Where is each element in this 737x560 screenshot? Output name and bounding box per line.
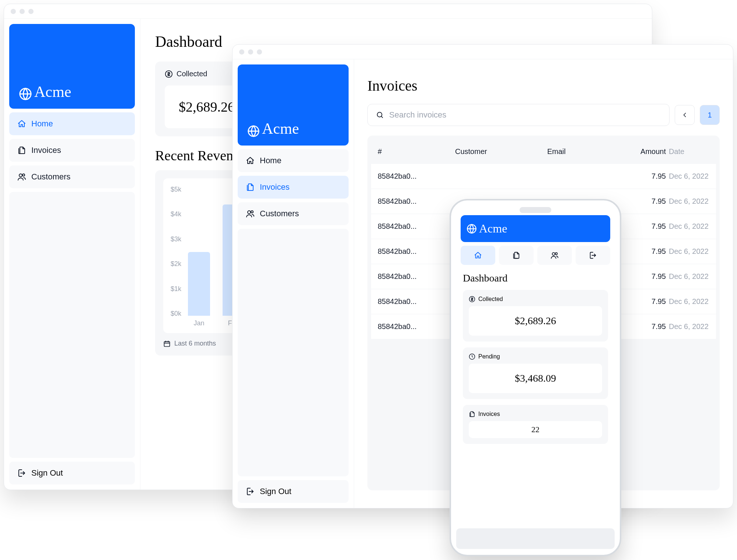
sidebar-item-home[interactable]: Home [238,149,349,172]
col-email: Email [547,147,614,156]
search-input[interactable]: Search invoices [367,104,670,126]
tab-sign-out[interactable] [576,246,610,265]
svg-rect-4 [164,342,170,346]
sidebar-spacer [9,192,135,458]
brand-name: Acme [34,83,71,101]
brand-name: Acme [479,222,507,235]
pending-card: Pending $3,468.09 [463,347,608,399]
home-icon [474,251,482,259]
cell-id: 85842ba0... [378,247,455,256]
cell-date: Dec 6, 2022 [669,247,720,256]
bar-rect [188,252,210,316]
cell-amount: 7.95 [614,272,669,281]
window-control-dot [248,49,253,55]
mobile-bottom-bar [456,528,615,549]
cell-date: Dec 6, 2022 [669,172,720,181]
cell-id: 85842ba0... [378,197,455,206]
document-icon [469,411,475,417]
col-amount: Amount [614,147,669,156]
users-icon [17,172,26,181]
cell-id: 85842ba0... [378,322,455,331]
sidebar: Acme Home Invoices Customers Sign Out [233,59,354,508]
sidebar: Acme Home Invoices Customers Sign Out [4,19,140,490]
dollar-icon [469,296,475,302]
y-tick: $4k [171,210,181,218]
tab-customers[interactable] [537,246,572,265]
sidebar-item-label: Home [31,119,53,129]
cell-id: 85842ba0... [378,172,455,181]
svg-point-1 [19,174,22,177]
col-customer: Customer [455,147,547,156]
cell-date: Dec 6, 2022 [669,272,720,281]
document-icon [512,251,520,259]
mobile-main: Dashboard Collected $2,689.26 Pending $3… [456,265,615,451]
cell-date: Dec 6, 2022 [669,197,720,206]
users-icon [246,209,255,218]
globe-icon [19,87,32,101]
cell-id: 85842ba0... [378,297,455,306]
invoices-count: 22 [469,421,602,438]
clock-icon [469,353,475,360]
sign-out-icon [17,469,26,477]
collected-card: Collected $2,689.26 [463,290,608,342]
col-date: Date [669,147,720,156]
sidebar-item-invoices[interactable]: Invoices [9,139,135,162]
brand-logo: Acme [461,215,610,242]
page-prev-button[interactable] [675,105,695,125]
sidebar-item-customers[interactable]: Customers [238,202,349,225]
invoices-toolbar: Search invoices 1 [367,104,720,126]
x-tick: Jan [194,319,205,327]
y-tick: $5k [171,186,181,193]
page-title: Invoices [367,77,720,94]
sign-out-icon [246,487,255,496]
window-control-dot [239,49,244,55]
collected-value: $2,689.26 [469,306,602,336]
document-icon [246,183,255,192]
svg-point-7 [251,211,253,213]
search-placeholder: Search invoices [389,110,446,120]
cell-id: 85842ba0... [378,222,455,231]
sign-out-button[interactable]: Sign Out [9,462,135,484]
sign-out-label: Sign Out [260,487,291,496]
pending-label: Pending [478,353,500,360]
window-control-dot [20,9,25,14]
document-icon [17,146,26,155]
cell-date: Dec 6, 2022 [669,222,720,231]
cell-amount: 7.95 [614,172,669,181]
window-titlebar [4,4,652,19]
users-icon [551,251,559,259]
sidebar-item-label: Invoices [260,182,290,192]
globe-icon [467,224,477,234]
window-control-dot [11,9,16,14]
sidebar-item-invoices[interactable]: Invoices [238,176,349,199]
cell-amount: 7.95 [614,197,669,206]
chart-footer: Last 6 months [174,340,216,347]
tab-home[interactable] [461,246,495,265]
svg-point-11 [555,253,558,255]
y-tick: $0k [171,310,181,318]
page-1-button[interactable]: 1 [700,105,720,125]
cell-id: 85842ba0... [378,272,455,281]
table-row[interactable]: 85842ba0...7.95Dec 6, 2022 [371,164,716,189]
cell-amount: 7.95 [614,322,669,331]
sidebar-item-customers[interactable]: Customers [9,165,135,188]
svg-point-2 [22,174,25,176]
sidebar-item-home[interactable]: Home [9,112,135,135]
invoices-label: Invoices [478,411,500,417]
table-header: # Customer Email Amount Date [371,139,716,164]
sidebar-item-label: Customers [31,172,70,182]
window-control-dot [28,9,34,14]
col-id: # [378,147,455,156]
sign-out-icon [589,251,597,259]
phone-mockup: Acme Dashboard Collected $ [450,199,621,556]
collected-label: Collected [177,70,207,78]
invoices-card: Invoices 22 [463,405,608,444]
chart-bar: Jan [188,252,210,327]
calendar-icon [163,340,171,347]
y-tick: $2k [171,260,181,268]
sign-out-button[interactable]: Sign Out [238,480,349,503]
phone-notch [520,207,551,213]
home-icon [17,119,26,128]
cell-amount: 7.95 [614,222,669,231]
tab-invoices[interactable] [499,246,534,265]
